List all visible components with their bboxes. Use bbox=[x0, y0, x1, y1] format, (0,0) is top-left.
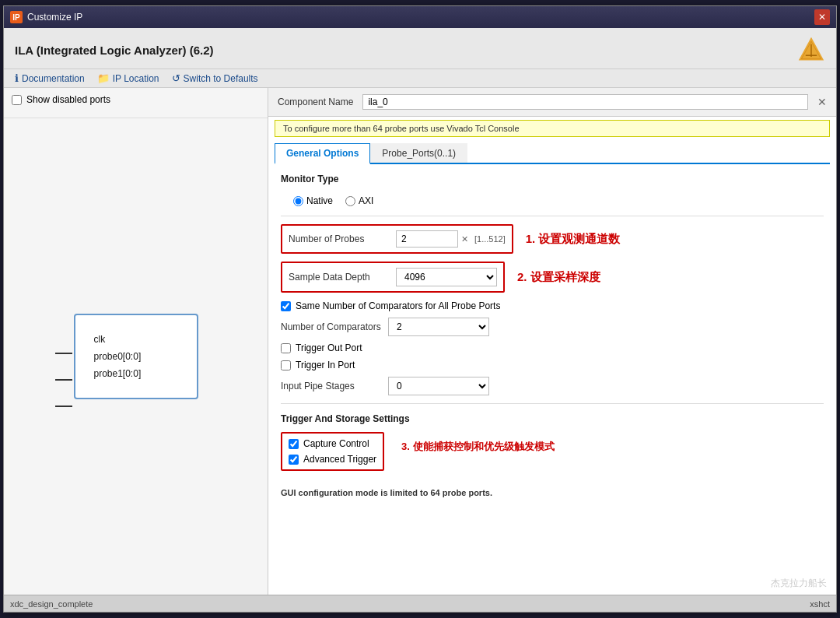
window-close-button[interactable]: ✕ bbox=[814, 9, 830, 25]
main-content: Show disabled ports clk bbox=[4, 88, 836, 595]
divider-2 bbox=[281, 403, 824, 404]
number-of-comparators-select[interactable]: 1 2 3 4 bbox=[388, 318, 489, 336]
number-of-comparators-row: Number of Comparators 1 2 3 4 bbox=[281, 318, 824, 336]
number-of-probes-input[interactable] bbox=[396, 230, 458, 248]
trigger-out-port-row: Trigger Out Port bbox=[281, 342, 824, 353]
same-comparators-row: Same Number of Comparators for All Probe… bbox=[281, 300, 824, 311]
component-diagram: clk probe0[0:0] probe1[0:0] bbox=[74, 314, 198, 399]
window-body: ILA (Integrated Logic Analyzer) (6.2) ℹ … bbox=[4, 28, 836, 612]
probe1-port: probe1[0:0] bbox=[94, 368, 178, 379]
title-bar: IP Customize IP ✕ bbox=[4, 6, 836, 28]
input-pipe-stages-row: Input Pipe Stages 0 1 2 bbox=[281, 377, 824, 395]
probes-input-group: ✕ [1...512] bbox=[396, 230, 506, 248]
toolbar: ℹ Documentation 📁 IP Location ↺ Switch t… bbox=[4, 69, 836, 88]
tab-general-options[interactable]: General Options bbox=[275, 143, 370, 164]
sample-data-depth-select[interactable]: 1024 2048 4096 8192 16384 32768 65536 13… bbox=[396, 268, 497, 286]
probes-range-label: [1...512] bbox=[474, 234, 506, 244]
number-of-probes-label: Number of Probes bbox=[289, 234, 390, 244]
ip-location-button[interactable]: 📁 IP Location bbox=[97, 72, 159, 84]
advanced-trigger-checkbox[interactable] bbox=[289, 455, 299, 465]
annotation-step1: 1. 设置观测通道数 bbox=[526, 232, 621, 247]
folder-icon: 📁 bbox=[97, 72, 110, 84]
probe1-label: probe1[0:0] bbox=[94, 368, 142, 379]
sample-data-depth-highlighted: Sample Data Depth 1024 2048 4096 8192 16… bbox=[281, 262, 505, 293]
monitor-type-radio-group: Native AXI bbox=[293, 195, 824, 206]
bottom-bar-right: xshct bbox=[810, 599, 830, 609]
trigger-in-port-checkbox[interactable] bbox=[281, 360, 291, 370]
app-header: ILA (Integrated Logic Analyzer) (6.2) bbox=[4, 28, 836, 69]
clk-port: clk bbox=[94, 334, 178, 345]
info-bar-text: To configure more than 64 probe ports us… bbox=[283, 124, 520, 133]
clk-port-line bbox=[55, 353, 72, 354]
annotation-step3: 3. 使能捕获控制和优先级触发模式 bbox=[401, 440, 554, 454]
same-comparators-label: Same Number of Comparators for All Probe… bbox=[296, 300, 500, 311]
monitor-type-title: Monitor Type bbox=[281, 174, 824, 188]
show-disabled-ports-checkbox[interactable] bbox=[12, 95, 22, 105]
divider-1 bbox=[281, 216, 824, 216]
left-panel-toolbar: Show disabled ports bbox=[4, 88, 268, 118]
main-window: IP Customize IP ✕ ILA (Integrated Logic … bbox=[3, 5, 837, 613]
probe0-port-line bbox=[55, 379, 72, 381]
switch-defaults-label: Switch to Defaults bbox=[184, 73, 258, 84]
trigger-storage-highlighted: Capture Control Advanced Trigger bbox=[281, 432, 384, 471]
input-pipe-stages-select[interactable]: 0 1 2 bbox=[388, 377, 489, 395]
trigger-storage-checkboxes: Capture Control Advanced Trigger bbox=[281, 432, 384, 476]
axi-radio[interactable] bbox=[345, 196, 355, 206]
info-icon: ℹ bbox=[15, 72, 19, 84]
app-title-text: ILA (Integrated Logic Analyzer) (6.2) bbox=[15, 44, 214, 57]
documentation-label: Documentation bbox=[22, 73, 85, 84]
component-name-label: Component Name bbox=[278, 97, 353, 107]
probe1-port-line bbox=[55, 406, 72, 407]
right-panel: Component Name ✕ To configure more than … bbox=[268, 88, 836, 595]
advanced-trigger-row: Advanced Trigger bbox=[289, 454, 376, 465]
tab-general-label: General Options bbox=[286, 148, 359, 159]
capture-control-label: Capture Control bbox=[303, 438, 369, 449]
input-pipe-stages-label: Input Pipe Stages bbox=[281, 381, 382, 392]
probe0-label: probe0[0:0] bbox=[94, 351, 142, 362]
number-of-probes-row: Number of Probes ✕ [1...512] bbox=[289, 230, 506, 248]
native-radio[interactable] bbox=[293, 196, 303, 206]
tab-probes-label: Probe_Ports(0..1) bbox=[382, 148, 456, 159]
capture-control-checkbox[interactable] bbox=[289, 439, 299, 449]
bottom-bar-left: xdc_design_complete bbox=[10, 599, 93, 609]
left-panel: Show disabled ports clk bbox=[4, 88, 268, 595]
tab-probe-ports[interactable]: Probe_Ports(0..1) bbox=[370, 143, 467, 163]
gui-config-note: GUI configuration mode is limited to 64 … bbox=[281, 488, 824, 497]
same-comparators-checkbox[interactable] bbox=[281, 301, 291, 311]
tabs-bar: General Options Probe_Ports(0..1) bbox=[275, 140, 830, 164]
sample-data-depth-label: Sample Data Depth bbox=[289, 272, 390, 283]
component-box: clk probe0[0:0] probe1[0:0] bbox=[74, 314, 198, 399]
trigger-in-port-row: Trigger In Port bbox=[281, 360, 824, 370]
xilinx-logo-icon bbox=[797, 36, 825, 64]
app-icon: IP bbox=[10, 11, 23, 23]
number-of-comparators-label: Number of Comparators bbox=[281, 321, 382, 332]
trigger-storage-content: Capture Control Advanced Trigger 3. 使能捕获… bbox=[281, 432, 824, 476]
number-of-probes-highlighted: Number of Probes ✕ [1...512] bbox=[281, 224, 513, 254]
probes-clear-icon[interactable]: ✕ bbox=[461, 234, 468, 244]
probe0-port: probe0[0:0] bbox=[94, 351, 178, 362]
native-radio-item: Native bbox=[293, 195, 333, 206]
bottom-bar-left-text: xdc_design_complete bbox=[10, 599, 93, 609]
native-radio-label: Native bbox=[306, 195, 333, 206]
axi-radio-item: AXI bbox=[345, 195, 373, 206]
switch-defaults-button[interactable]: ↺ Switch to Defaults bbox=[172, 72, 258, 84]
app-title-row: ILA (Integrated Logic Analyzer) (6.2) bbox=[15, 36, 825, 64]
refresh-icon: ↺ bbox=[172, 72, 180, 84]
title-bar-text: Customize IP bbox=[27, 12, 82, 23]
trigger-out-port-checkbox[interactable] bbox=[281, 343, 291, 353]
component-name-input[interactable] bbox=[362, 94, 808, 110]
documentation-button[interactable]: ℹ Documentation bbox=[15, 72, 85, 84]
trigger-out-port-label: Trigger Out Port bbox=[296, 342, 362, 353]
component-canvas: clk probe0[0:0] probe1[0:0] bbox=[4, 118, 268, 595]
component-name-clear-button[interactable]: ✕ bbox=[817, 96, 827, 108]
show-disabled-ports-label: Show disabled ports bbox=[26, 94, 110, 105]
tab-content: Monitor Type Native AXI bbox=[268, 164, 836, 595]
show-disabled-ports-row: Show disabled ports bbox=[12, 94, 110, 105]
trigger-in-port-label: Trigger In Port bbox=[296, 360, 355, 370]
bottom-bar: xdc_design_complete xshct bbox=[4, 595, 836, 612]
component-name-bar: Component Name ✕ bbox=[268, 88, 836, 117]
sample-data-depth-row: Sample Data Depth 1024 2048 4096 8192 16… bbox=[289, 268, 497, 286]
trigger-storage-title: Trigger And Storage Settings bbox=[281, 413, 824, 427]
info-bar: To configure more than 64 probe ports us… bbox=[275, 120, 830, 137]
annotation-step2: 2. 设置采样深度 bbox=[517, 270, 600, 285]
